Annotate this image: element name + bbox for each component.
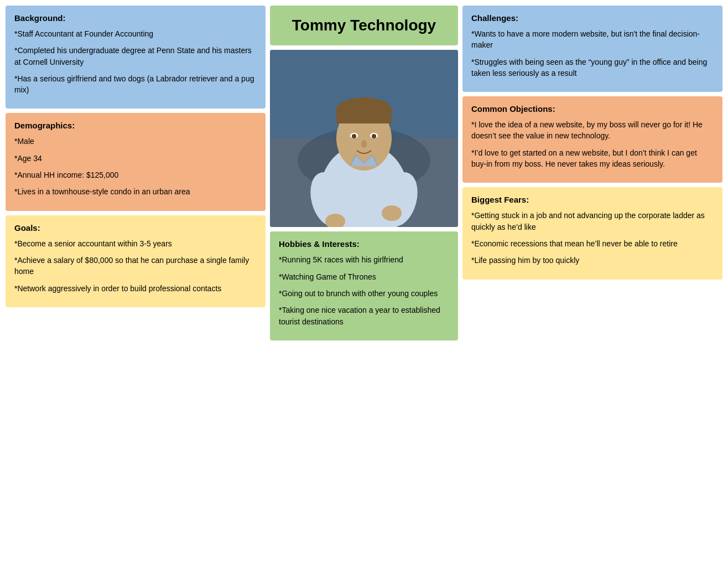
hobbies-item-4: *Taking one nice vacation a year to esta… (279, 305, 449, 327)
goals-card: Goals: *Become a senior accountant withi… (6, 215, 266, 307)
title-box: Tommy Technology (270, 6, 458, 45)
demographics-item-1: *Male (14, 136, 257, 147)
fears-heading: Biggest Fears: (471, 195, 714, 204)
goals-item-3: *Network aggressively in order to build … (14, 283, 257, 294)
goals-item-2: *Achieve a salary of $80,000 so that he … (14, 255, 257, 277)
background-item-2: *Completed his undergraduate degree at P… (14, 45, 257, 68)
objections-item-2: *I’d love to get started on a new websit… (471, 147, 714, 170)
svg-point-11 (352, 134, 356, 138)
left-column: Background: *Staff Accountant at Founder… (6, 6, 266, 340)
right-column: Challenges: *Wants to have a more modern… (462, 6, 722, 340)
goals-item-1: *Become a senior accountant within 3-5 y… (14, 238, 257, 249)
background-heading: Background: (14, 13, 257, 23)
demographics-item-2: *Age 34 (14, 153, 257, 164)
persona-photo (270, 50, 458, 227)
fears-item-2: *Economic recessions that mean he’ll nev… (471, 238, 714, 249)
background-card: Background: *Staff Accountant at Founder… (6, 6, 266, 109)
svg-point-13 (361, 140, 367, 148)
svg-rect-8 (336, 110, 392, 123)
center-column: Tommy Technology (270, 6, 458, 340)
svg-point-12 (372, 134, 376, 138)
challenges-card: Challenges: *Wants to have a more modern… (462, 6, 722, 92)
photo-box (270, 50, 458, 227)
fears-card: Biggest Fears: *Getting stuck in a job a… (462, 187, 722, 279)
hobbies-item-2: *Watching Game of Thrones (279, 271, 449, 282)
svg-point-17 (382, 205, 402, 221)
background-item-3: *Has a serious girlfriend and two dogs (… (14, 73, 257, 96)
hobbies-heading: Hobbies & Interests: (279, 239, 449, 249)
objections-heading: Common Objections: (471, 104, 714, 113)
challenges-item-1: *Wants to have a more modern website, bu… (471, 28, 714, 51)
persona-title: Tommy Technology (275, 16, 453, 35)
demographics-card: Demographics: *Male *Age 34 *Annual HH i… (6, 113, 266, 210)
objections-card: Common Objections: *I love the idea of a… (462, 96, 722, 183)
goals-heading: Goals: (14, 223, 257, 233)
challenges-item-2: *Struggles with being seen as the “young… (471, 56, 714, 79)
hobbies-item-3: *Going out to brunch with other young co… (279, 288, 449, 299)
fears-item-3: *Life passing him by too quickly (471, 255, 714, 266)
challenges-heading: Challenges: (471, 13, 714, 23)
fears-item-1: *Getting stuck in a job and not advancin… (471, 210, 714, 233)
demographics-item-3: *Annual HH income: $125,000 (14, 169, 257, 180)
persona-layout: Background: *Staff Accountant at Founder… (6, 6, 722, 349)
hobbies-card: Hobbies & Interests: *Running 5K races w… (270, 231, 458, 340)
demographics-item-4: *Lives in a townhouse-style condo in an … (14, 186, 257, 197)
demographics-heading: Demographics: (14, 121, 257, 130)
hobbies-item-1: *Running 5K races with his girlfriend (279, 254, 449, 265)
background-item-1: *Staff Accountant at Founder Accounting (14, 28, 257, 39)
objections-item-1: *I love the idea of a new website, by my… (471, 119, 714, 142)
